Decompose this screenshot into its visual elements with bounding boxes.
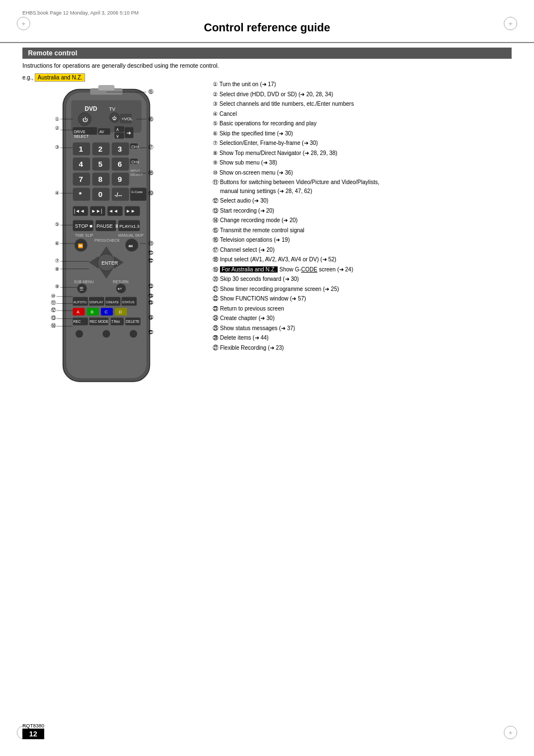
instruction-item: ㉑ Show timer recording programme screen … bbox=[213, 285, 512, 294]
page-title: Control reference guide bbox=[22, 18, 512, 37]
svg-rect-54 bbox=[130, 188, 147, 201]
instruction-item: ⑭ Change recording mode (➜ 20) bbox=[213, 216, 512, 225]
instruction-item: ㉖ Delete items (➜ 44) bbox=[213, 334, 512, 342]
svg-text:∨: ∨ bbox=[116, 134, 119, 139]
svg-text:DVD: DVD bbox=[85, 105, 97, 112]
instruction-item: ⑩ Show on-screen menu (➜ 36) bbox=[213, 168, 512, 177]
svg-text:5: 5 bbox=[99, 160, 103, 168]
svg-text:⑭: ⑭ bbox=[51, 323, 56, 328]
svg-text:TIME SLIP: TIME SLIP bbox=[75, 233, 93, 237]
svg-text:㉔: ㉔ bbox=[148, 293, 153, 299]
svg-text:+VOL: +VOL bbox=[121, 116, 133, 121]
svg-text:⑨: ⑨ bbox=[55, 284, 59, 289]
instruction-item: ⑪ Buttons for switching between Video/Pi… bbox=[213, 178, 512, 195]
svg-rect-3 bbox=[99, 85, 115, 91]
svg-text:DRIVE: DRIVE bbox=[74, 130, 86, 134]
svg-text:G-Code: G-Code bbox=[131, 190, 142, 194]
highlight-australia: For Australia and N.Z. bbox=[220, 266, 278, 273]
instruction-item: ⑨ Show sub menu (➜ 38) bbox=[213, 158, 512, 167]
svg-text:DELETE: DELETE bbox=[126, 320, 139, 323]
remote-control-diagram: DVD TV ⏻ ⏻ +VOL DRIVE SELECT AV bbox=[28, 84, 196, 410]
svg-text:㉒: ㉒ bbox=[148, 258, 153, 264]
svg-text:⑳: ⑳ bbox=[148, 241, 153, 246]
instruction-item: ㉗ Flexible Recording (➜ 23) bbox=[213, 344, 512, 353]
svg-text:㉓: ㉓ bbox=[148, 284, 153, 289]
file-path: EHBS.book Page 12 Monday, April 3, 2006 … bbox=[22, 10, 512, 16]
svg-text:B: B bbox=[91, 309, 93, 314]
svg-text:2: 2 bbox=[99, 145, 103, 153]
eg-label: e.g., Australia and N.Z. bbox=[22, 74, 202, 81]
svg-text:⑤: ⑤ bbox=[55, 222, 59, 227]
svg-text:㉗: ㉗ bbox=[148, 330, 153, 335]
instruction-item: ㉓ Return to previous screen bbox=[213, 304, 512, 313]
instruction-item: ② Select drive (HDD, DVD or SD) (➜ 20, 2… bbox=[213, 90, 512, 99]
svg-text:PAUSE ⏸: PAUSE ⏸ bbox=[97, 223, 119, 229]
instruction-item: ㉒ Show FUNCTIONS window (➜ 57) bbox=[213, 294, 512, 303]
svg-text:SELECT: SELECT bbox=[74, 134, 88, 138]
svg-text:-/--: -/-- bbox=[115, 191, 123, 198]
svg-text:*: * bbox=[79, 190, 82, 199]
svg-text:⏩: ⏩ bbox=[78, 243, 83, 248]
instructions-panel: ① Turn the unit on (➜ 17) ② Select drive… bbox=[213, 74, 512, 410]
svg-text:A: A bbox=[77, 309, 80, 314]
svg-text:⑫: ⑫ bbox=[51, 307, 56, 313]
svg-text:CH∧: CH∧ bbox=[131, 145, 139, 149]
svg-text:➜: ➜ bbox=[127, 130, 131, 136]
svg-text:DISPLAY: DISPLAY bbox=[90, 300, 103, 304]
svg-text:3: 3 bbox=[118, 145, 122, 153]
svg-text:①: ① bbox=[55, 116, 59, 122]
instruction-item: ⑤ Basic operations for recording and pla… bbox=[213, 119, 512, 128]
svg-text:⑰: ⑰ bbox=[148, 144, 153, 150]
svg-text:⑬: ⑬ bbox=[51, 315, 56, 321]
svg-point-113 bbox=[76, 330, 83, 338]
instruction-item: ③ Select channels and title numbers, etc… bbox=[213, 100, 512, 109]
svg-text:⏻: ⏻ bbox=[113, 116, 117, 121]
main-content: e.g., Australia and N.Z. DVD TV ⏻ bbox=[0, 74, 534, 410]
svg-text:8: 8 bbox=[99, 175, 103, 184]
instruction-item: ㉔ Create chapter (➜ 30) bbox=[213, 314, 512, 323]
svg-text:STATUS: STATUS bbox=[122, 300, 134, 304]
instruction-item: ⑦ Selection/Enter, Frame-by-frame (➜ 30) bbox=[213, 139, 512, 148]
svg-text:0: 0 bbox=[99, 190, 103, 199]
svg-text:SELECT: SELECT bbox=[130, 173, 143, 176]
page-number: 12 bbox=[22, 729, 44, 739]
svg-text:⑪: ⑪ bbox=[51, 300, 56, 306]
svg-text:MANUAL SKIP: MANUAL SKIP bbox=[118, 233, 144, 237]
page-header: EHBS.book Page 12 Monday, April 3, 2006 … bbox=[0, 0, 534, 43]
svg-text:1: 1 bbox=[79, 145, 83, 153]
svg-text:STOP ■: STOP ■ bbox=[75, 223, 92, 229]
svg-text:►►|: ►►| bbox=[91, 208, 102, 214]
svg-text:㉕: ㉕ bbox=[148, 300, 153, 306]
instruction-item: ④ Cancel bbox=[213, 110, 512, 119]
svg-text:SUB MENU: SUB MENU bbox=[74, 280, 94, 284]
svg-text:⏻: ⏻ bbox=[82, 116, 88, 123]
svg-text:◄◄: ◄◄ bbox=[109, 208, 118, 214]
instruction-item: ⑰ Channel select (➜ 20) bbox=[213, 246, 512, 255]
svg-text:ENTER: ENTER bbox=[101, 260, 118, 266]
svg-text:PROG/CHECK: PROG/CHECK bbox=[95, 238, 120, 242]
instruction-item: ⑫ Select audio (➜ 30) bbox=[213, 196, 512, 205]
svg-text:⑥: ⑥ bbox=[55, 241, 59, 246]
svg-point-115 bbox=[130, 330, 138, 338]
svg-text:CREATE: CREATE bbox=[106, 300, 119, 304]
svg-text:REC MODE: REC MODE bbox=[90, 320, 109, 323]
svg-text:9: 9 bbox=[118, 175, 122, 184]
svg-text:AV: AV bbox=[99, 130, 104, 134]
svg-text:⑩: ⑩ bbox=[51, 293, 55, 299]
svg-text:C: C bbox=[105, 309, 108, 314]
intro-text: Instructions for operations are generall… bbox=[22, 62, 512, 69]
left-panel: e.g., Australia and N.Z. DVD TV ⏻ bbox=[22, 74, 202, 410]
page-footer: RQT8380 12 bbox=[0, 723, 534, 739]
svg-text:D: D bbox=[119, 309, 122, 314]
svg-text:AUTOTU: AUTOTU bbox=[73, 300, 87, 304]
svg-text:CH∨: CH∨ bbox=[131, 160, 139, 164]
instruction-item: ⑯ Television operations (➜ 19) bbox=[213, 236, 512, 245]
model-and-page: RQT8380 12 bbox=[22, 723, 44, 739]
remote-svg: DVD TV ⏻ ⏻ +VOL DRIVE SELECT AV bbox=[28, 84, 185, 408]
svg-text:⑯: ⑯ bbox=[148, 116, 153, 122]
svg-text:REC: REC bbox=[73, 320, 81, 323]
svg-text:⏭: ⏭ bbox=[129, 243, 133, 248]
svg-text:⑦: ⑦ bbox=[55, 258, 59, 264]
svg-text:4: 4 bbox=[79, 160, 83, 168]
svg-text:⑧: ⑧ bbox=[55, 266, 59, 272]
